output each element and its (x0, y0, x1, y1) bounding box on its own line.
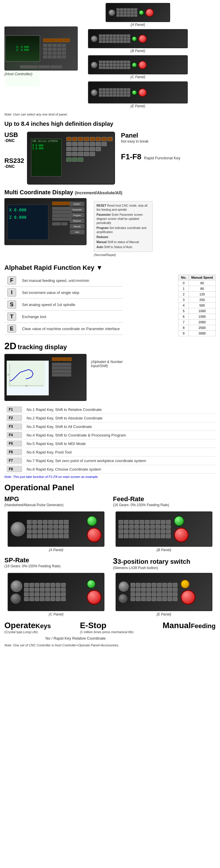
alpha-desc: Set analog speed of 1st spindle (19, 299, 122, 311)
display-title: Up to 8.4 inches high definition display (4, 121, 216, 127)
display-feature: Up to 8.4 inches high definition display (4, 121, 216, 127)
panel-a-label: (A Panel) (131, 23, 145, 27)
f-key-desc: No.7 Rapid Key, Set zero point of curren… (24, 457, 216, 465)
f-key-desc: No.8 Rapid Key, Choose Coordinate system (24, 465, 216, 473)
op-panel-e-image (116, 573, 212, 611)
manual-speed-row: 9 3000 (179, 331, 216, 336)
op-features-bottom: SP-Rate (16 Gears: 0%-150% Feeding Rate)… (4, 556, 216, 570)
manual-speed-no: 7 (179, 319, 189, 325)
op-panel-c-green-btn (87, 580, 96, 588)
panel-e-label: (E Panel) (131, 104, 145, 108)
f-key-cell: F2 (7, 415, 22, 421)
manual-speed-row: 2 120 (179, 291, 216, 297)
f1f8-row: F8 No.8 Rapid Key, Choose Coordinate sys… (4, 465, 216, 473)
coord-display-image: X 0.000 Z 0.000 (4, 198, 86, 245)
page-wrapper: X: 0.000 Z: 0.000 (0, 0, 220, 650)
operational-section: Operational Panel MPG (Handwheel/Manual … (4, 483, 216, 647)
manual-speed-no: 4 (179, 303, 189, 308)
panel-e-green-btn (132, 90, 137, 95)
tracking-image: Z X (4, 354, 86, 401)
f-key-desc: No.6 Rapid Key, Posit Tool (24, 448, 216, 457)
f1f8-row: F4 No.4 Rapid Key, Shift to Coordinate &… (4, 431, 216, 439)
intro-right: (A Panel) (B Panel) (84, 3, 192, 108)
coord-z-value: Z 0.000 (9, 214, 47, 221)
op-panel-c-knob1 (10, 580, 22, 592)
coord-buttons: RESET Parameter Program Redoom Manual Au… (70, 202, 84, 234)
f1f8-section: F1 No.1 Rapid Key, Shift to Relative Coo… (4, 405, 216, 478)
manual-speed-no: 8 (179, 325, 189, 331)
panel-c-image (88, 55, 188, 74)
manual-speed-col-header: Manual Speed (189, 275, 216, 280)
alphabet-table-wrapper: F Set manual feeding speed, unit:mm/min … (4, 275, 174, 335)
op-panel-a-green-btn (87, 516, 97, 526)
op-panels-top-row: (A Panel) (B Panel) (4, 512, 216, 552)
alpha-desc: Set manual feeding speed, unit:mm/min (19, 275, 122, 287)
alphabet-title: Alphabet Rapid Function Key ▼ (4, 264, 216, 272)
manual-speed-row: 8 2500 (179, 325, 216, 331)
f1f8-row: F6 No.6 Rapid Key, Posit Tool (4, 448, 216, 457)
manual-speed-no: 0 (179, 280, 189, 286)
manual-speed-row: 1 80 (179, 286, 216, 291)
f-key-cell: F4 (7, 432, 22, 438)
manual-speed-no: 3 (179, 297, 189, 303)
manual-speed-val: 60 (189, 280, 216, 286)
panel-a-image (106, 3, 170, 22)
panel-e-red-btn (139, 89, 147, 97)
op-panel-a-btns (87, 516, 102, 542)
panel-c-wrapper: (C Panel) (84, 55, 192, 79)
operate-keys-sub: (Crystal type,Long Life) (4, 630, 38, 634)
manual-speed-no: 9 (179, 331, 189, 336)
host-controller-screen: X: 0.000 Z: 0.000 (5, 35, 40, 62)
f-key-desc: No.5 Rapid Key, Shift to MDI Mode (24, 439, 216, 448)
operate-keys-section: Operate Keys (Crystal type,Long Life) (4, 621, 51, 634)
op-panel-b-item: (B Panel) (112, 512, 216, 552)
op-panel-e-label: (E Panel) (157, 612, 171, 616)
tracking-title-wrapper: 2D tracking display (4, 341, 216, 351)
tracking-right-label: (Alphabet & NumberInput/Shift) (91, 360, 123, 368)
tracking-path-svg: Z X (7, 361, 45, 387)
rotary-feature: 33-position rotary switch (Siemens LA39 … (113, 556, 216, 570)
manual-speed-row: 0 60 (179, 280, 216, 286)
coord-btn-reset: RESET (70, 202, 84, 206)
tracking-section: 2D tracking display Z X (4, 341, 216, 401)
panel-c-label: (C Panel) (131, 75, 146, 79)
sp-rate-label: SP-Rate (4, 556, 107, 564)
panel-feature-label: Panel (121, 132, 180, 139)
panel-b-keys (99, 34, 130, 43)
operational-title: Operational Panel (4, 483, 216, 492)
op-panel-a-handwheel (10, 522, 25, 536)
manual-speed-no: 5 (179, 308, 189, 314)
alphabet-row: I Set increment value of single step (4, 287, 122, 299)
f-key-cell: F1 (7, 406, 22, 412)
f1f8-row: F1 No.1 Rapid Key, Shift to Relative Coo… (4, 405, 216, 414)
intro-section: X: 0.000 Z: 0.000 (4, 3, 216, 108)
f-key-cell: F6 (7, 449, 22, 455)
panel-e-image (88, 82, 188, 103)
manual-feeding-section: Manual Feeding (162, 621, 216, 634)
f1f8-feature-label: F1-F8 (121, 152, 141, 161)
sp-rate-sub: (16 Gears: 0%-150% Feeding Rate) (4, 564, 107, 568)
panel-a-green-btn (139, 10, 144, 15)
svg-text:Z: Z (8, 374, 9, 376)
coord-right-panel: RESET Reset host CNC mode, stop all the … (91, 198, 216, 259)
op-panel-c-knob2 (10, 593, 21, 604)
no-rapid-relative-note: No / Rapid Key Relative Coordinate (45, 636, 216, 641)
panel-b-knob (91, 36, 98, 42)
multi-coord-content: X 0.000 Z 0.000 (4, 198, 216, 259)
op-panel-c-red-btn (87, 590, 102, 604)
usb-section: USB -DNC RS232 -DNC CNC Series LATHE50 X… (4, 132, 216, 185)
coord-btn-program: Program (70, 213, 84, 218)
f-key-cell: F5 (7, 441, 22, 446)
op-panel-b-label: (B Panel) (157, 548, 171, 552)
coord-btn-manual: Manual (70, 224, 84, 229)
intro-left: X: 0.000 Z: 0.000 (4, 3, 81, 108)
rs232-group: RS232 -DNC (4, 158, 24, 169)
coord-x-value: X 0.000 (9, 206, 47, 214)
manual-speed-header: No.Manual Speed (179, 275, 216, 280)
alphabet-table: F Set manual feeding speed, unit:mm/min … (4, 275, 122, 335)
panel-a-wrapper: (A Panel) (84, 3, 192, 27)
f-key-cell: F3 (7, 424, 22, 429)
panel-b-image (88, 29, 188, 48)
panel-b-wrapper: (B Panel) (84, 29, 192, 53)
tracking-suffix: tracking display (17, 343, 67, 351)
